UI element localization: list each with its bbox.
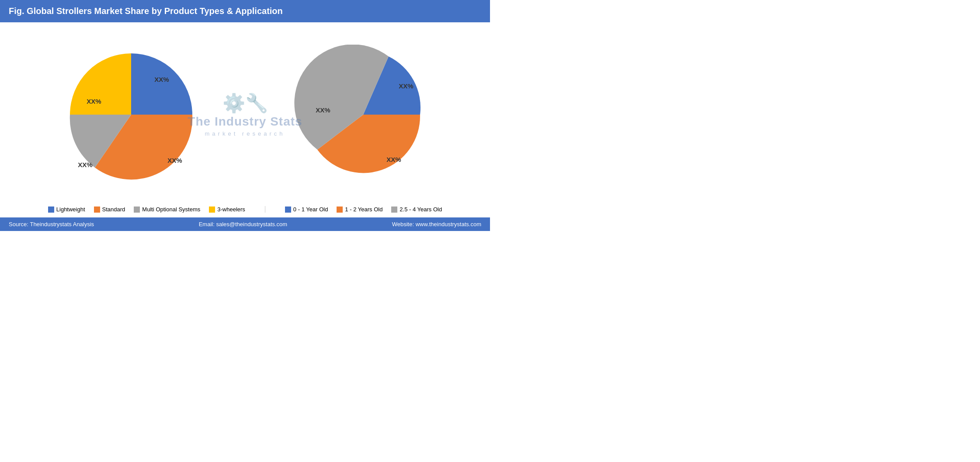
svg-text:XX%: XX% bbox=[386, 156, 401, 163]
legend-color-swatch bbox=[285, 206, 291, 213]
legend-right: 0 - 1 Year Old1 - 2 Years Old2.5 - 4 Yea… bbox=[285, 206, 442, 213]
source-value: Theindustrystats Analysis bbox=[30, 221, 94, 228]
legend-color-swatch bbox=[209, 206, 215, 213]
legend-item: Standard bbox=[94, 206, 125, 213]
legend-area: LightweightStandardMulti Optional System… bbox=[13, 203, 477, 215]
legend-color-swatch bbox=[48, 206, 54, 213]
legend-color-swatch bbox=[94, 206, 100, 213]
footer-email: Email: sales@theindustrystats.com bbox=[199, 221, 288, 228]
legend-item: Multi Optional Systems bbox=[134, 206, 200, 213]
website-value: www.theindustrystats.com bbox=[416, 221, 481, 228]
right-pie-chart: XX% XX% XX% bbox=[293, 45, 433, 185]
legend-left: LightweightStandardMulti Optional System… bbox=[48, 206, 245, 213]
header-bar: Fig. Global Strollers Market Share by Pr… bbox=[0, 0, 490, 22]
footer-source: Source: Theindustrystats Analysis bbox=[9, 221, 94, 228]
svg-text:XX%: XX% bbox=[87, 98, 101, 105]
legend-label: Multi Optional Systems bbox=[142, 206, 200, 213]
website-label: Website: bbox=[392, 221, 414, 228]
page-wrapper: Fig. Global Strollers Market Share by Pr… bbox=[0, 0, 490, 231]
header-title: Fig. Global Strollers Market Share by Pr… bbox=[9, 6, 283, 16]
legend-color-swatch bbox=[134, 206, 140, 213]
svg-text:XX%: XX% bbox=[78, 161, 93, 168]
legend-item: 1 - 2 Years Old bbox=[337, 206, 382, 213]
legend-color-swatch bbox=[391, 206, 397, 213]
charts-area: XX% XX% XX% XX% ⚙️🔧 The Industry Stats m… bbox=[13, 27, 477, 203]
footer-bar: Source: Theindustrystats Analysis Email:… bbox=[0, 217, 490, 231]
left-chart-container: XX% XX% XX% XX% bbox=[57, 40, 205, 189]
legend-divider bbox=[265, 206, 265, 213]
left-pie-chart: XX% XX% XX% XX% bbox=[57, 40, 205, 189]
legend-label: 3-wheelers bbox=[217, 206, 245, 213]
svg-text:XX%: XX% bbox=[399, 82, 413, 90]
source-label: Source: bbox=[9, 221, 28, 228]
email-label: Email: bbox=[199, 221, 215, 228]
legend-item: 2.5 - 4 Years Old bbox=[391, 206, 442, 213]
email-value: sales@theindustrystats.com bbox=[216, 221, 287, 228]
right-chart-container: XX% XX% XX% bbox=[293, 45, 433, 185]
footer-website: Website: www.theindustrystats.com bbox=[392, 221, 481, 228]
legend-label: 2.5 - 4 Years Old bbox=[400, 206, 442, 213]
legend-item: 0 - 1 Year Old bbox=[285, 206, 328, 213]
svg-text:XX%: XX% bbox=[155, 76, 169, 83]
legend-label: Standard bbox=[102, 206, 125, 213]
legend-color-swatch bbox=[337, 206, 343, 213]
legend-item: 3-wheelers bbox=[209, 206, 245, 213]
legend-label: 1 - 2 Years Old bbox=[345, 206, 382, 213]
legend-item: Lightweight bbox=[48, 206, 85, 213]
main-content: XX% XX% XX% XX% ⚙️🔧 The Industry Stats m… bbox=[0, 22, 490, 217]
svg-text:XX%: XX% bbox=[316, 106, 330, 114]
legend-label: 0 - 1 Year Old bbox=[293, 206, 328, 213]
svg-text:XX%: XX% bbox=[168, 157, 182, 164]
legend-label: Lightweight bbox=[56, 206, 85, 213]
